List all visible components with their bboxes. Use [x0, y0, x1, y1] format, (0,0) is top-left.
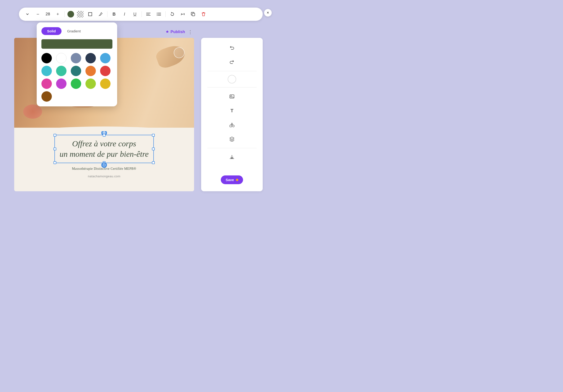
color-orange[interactable] [85, 66, 96, 76]
layers-button[interactable] [227, 134, 237, 144]
color-black[interactable] [41, 53, 52, 63]
publish-label: Publish [171, 30, 185, 34]
color-white[interactable] [56, 53, 66, 63]
download-icon [229, 155, 234, 160]
color-cyan[interactable] [41, 66, 52, 76]
handle-bottom-left[interactable] [53, 161, 56, 164]
text-toolbar: − 28 + B I U [19, 8, 263, 21]
divider-4 [166, 11, 166, 17]
svg-rect-11 [230, 95, 234, 98]
plus-icon: + [57, 12, 59, 17]
color-teal[interactable] [71, 66, 81, 76]
solid-tab[interactable]: Solid [41, 27, 62, 35]
save-label: Save [226, 178, 234, 182]
color-slate[interactable] [71, 53, 81, 63]
rotate-icon [170, 12, 174, 16]
eyedropper-btn[interactable] [97, 10, 104, 18]
border-btn[interactable] [86, 10, 94, 18]
chevron-down-icon [26, 12, 29, 16]
list-icon [157, 12, 161, 16]
svg-point-7 [157, 14, 158, 15]
handle-bottom-right[interactable] [152, 161, 155, 164]
handle-top-right[interactable] [152, 134, 155, 137]
close-button[interactable]: × [264, 9, 272, 17]
font-size-value: 28 [44, 12, 51, 17]
handle-top-middle[interactable] [103, 134, 105, 137]
eyedropper-icon [98, 12, 103, 16]
curve-divider [14, 122, 194, 131]
save-button[interactable]: Save [221, 175, 243, 184]
rotate-handle-icon [102, 163, 106, 167]
publish-icon [166, 30, 169, 34]
link-btn[interactable] [179, 10, 187, 18]
svg-rect-10 [192, 13, 195, 16]
redo-icon [229, 59, 234, 64]
underline-btn[interactable]: U [131, 10, 139, 18]
color-green[interactable] [71, 78, 81, 89]
underline-icon: U [133, 12, 137, 17]
align-btn[interactable] [145, 10, 152, 18]
style-circle[interactable] [228, 75, 236, 84]
color-hot-pink[interactable] [41, 78, 52, 89]
bold-icon: B [113, 12, 116, 17]
color-picker-popup: Solid Gradient [37, 23, 117, 106]
image-icon [229, 94, 234, 99]
delete-icon [201, 12, 206, 16]
color-purple[interactable] [56, 78, 66, 89]
font-size-control: 28 [44, 12, 51, 17]
color-preview-bar[interactable] [41, 39, 112, 49]
color-yellow[interactable] [100, 78, 111, 89]
color-picker-tabs: Solid Gradient [41, 27, 112, 35]
flower-visual [23, 105, 42, 119]
image-corner-handle[interactable] [174, 47, 185, 58]
opacity-btn[interactable] [77, 11, 84, 17]
handle-middle-right[interactable] [152, 147, 155, 150]
text-icon: T [230, 108, 233, 113]
gradient-tab[interactable]: Gradient [64, 27, 85, 35]
sidebar-divider-2 [207, 87, 256, 87]
add-shapes-button[interactable] [227, 120, 237, 130]
rotate-btn[interactable] [168, 10, 176, 18]
add-text-button[interactable]: T [227, 105, 237, 116]
border-icon [88, 12, 92, 17]
handle-middle-left[interactable] [53, 147, 56, 150]
layers-icon [229, 136, 234, 142]
selected-text-box[interactable]: Offrez à votre corps un moment de pur bi… [54, 135, 154, 163]
main-heading: Offrez à votre corps un moment de pur bi… [60, 139, 149, 159]
minus-btn[interactable]: − [34, 10, 42, 18]
close-icon: × [267, 11, 269, 15]
color-lime[interactable] [85, 78, 96, 89]
divider-2 [107, 11, 107, 17]
color-mint[interactable] [56, 66, 66, 76]
link-icon [180, 12, 185, 16]
color-sky[interactable] [100, 53, 111, 63]
add-image-button[interactable] [227, 91, 237, 102]
bold-btn[interactable]: B [110, 10, 118, 18]
color-navy[interactable] [85, 53, 96, 63]
chevron-down-btn[interactable] [24, 10, 31, 18]
svg-rect-0 [89, 12, 92, 16]
delete-btn[interactable] [200, 10, 207, 18]
more-options-button[interactable]: ⋮ [188, 29, 193, 35]
undo-button[interactable] [227, 43, 237, 53]
copy-btn[interactable] [189, 10, 197, 18]
publish-button[interactable]: Publish [166, 30, 185, 34]
sidebar-divider-3 [207, 148, 256, 148]
plus-btn[interactable]: + [54, 10, 62, 18]
svg-point-12 [231, 96, 231, 96]
color-swatch-btn[interactable] [67, 11, 74, 17]
handle-top-left[interactable] [53, 134, 56, 137]
website-text: natachamongeau.com [88, 174, 120, 178]
list-btn[interactable] [155, 10, 163, 18]
svg-point-9 [157, 15, 158, 16]
rotate-handle[interactable] [101, 162, 107, 168]
color-red[interactable] [100, 66, 111, 76]
save-dot [236, 179, 238, 181]
shapes-icon [229, 122, 234, 127]
redo-button[interactable] [227, 57, 237, 67]
color-brown[interactable] [41, 91, 52, 102]
copy-icon [191, 12, 195, 16]
download-button[interactable] [227, 152, 237, 162]
right-sidebar: T Save [201, 38, 263, 191]
italic-btn[interactable]: I [121, 10, 128, 18]
